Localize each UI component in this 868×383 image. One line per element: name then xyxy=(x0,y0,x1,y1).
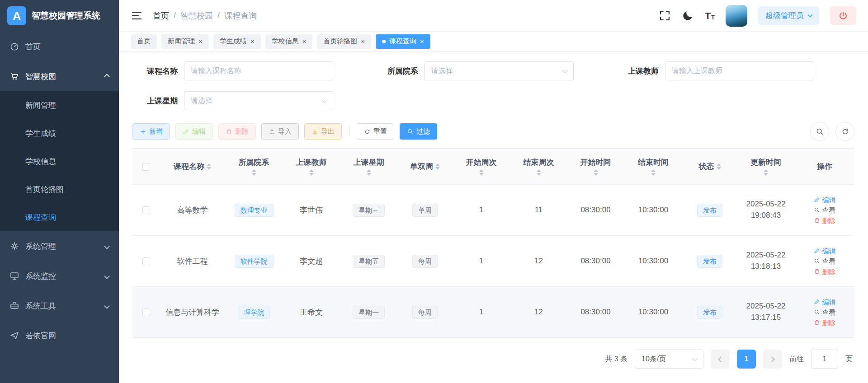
row-delete-button[interactable]: 删除 xyxy=(814,268,836,275)
sidebar-item-label: 课程查询 xyxy=(25,212,56,223)
column-header-end-week[interactable]: 结束周次 xyxy=(510,149,567,185)
tab-grades[interactable]: 学生成绩× xyxy=(213,34,261,49)
sidebar-item-label: 学校信息 xyxy=(25,156,56,167)
avatar[interactable] xyxy=(726,5,747,27)
sort-caret-icon[interactable] xyxy=(252,169,256,176)
sort-caret-icon[interactable] xyxy=(207,163,211,170)
current-page-button[interactable]: 1 xyxy=(737,350,756,369)
column-header-start-week[interactable]: 开始周次 xyxy=(453,149,510,185)
row-delete-button[interactable]: 删除 xyxy=(814,217,836,224)
close-icon[interactable]: × xyxy=(198,38,203,45)
close-icon[interactable]: × xyxy=(361,38,365,45)
close-icon[interactable]: × xyxy=(250,38,255,45)
logout-button[interactable] xyxy=(830,6,856,25)
prev-page-button[interactable] xyxy=(711,350,730,369)
sidebar-item-system-manage[interactable]: 系统管理 xyxy=(0,231,119,261)
row-checkbox[interactable] xyxy=(142,206,150,214)
tab-course-query[interactable]: 课程查询× xyxy=(376,34,430,49)
teacher-input[interactable] xyxy=(665,61,814,80)
page-size-select[interactable]: 10条/页 xyxy=(635,350,703,369)
sort-caret-icon[interactable] xyxy=(367,169,371,176)
row-delete-button[interactable]: 删除 xyxy=(814,319,836,326)
sidebar-item-course-query[interactable]: 课程查询 xyxy=(0,203,119,231)
sidebar-item-grades[interactable]: 学生成绩 xyxy=(0,119,119,147)
column-header-status[interactable]: 状态 xyxy=(683,149,737,185)
close-icon[interactable]: × xyxy=(302,38,307,45)
sidebar-item-carousel[interactable]: 首页轮播图 xyxy=(0,175,119,203)
tab-news[interactable]: 新闻管理× xyxy=(161,34,209,49)
row-checkbox[interactable] xyxy=(142,257,150,265)
tab-school-info[interactable]: 学校信息× xyxy=(265,34,313,49)
column-header-end-time[interactable]: 结束时间 xyxy=(624,149,683,185)
dark-mode-moon-icon[interactable] xyxy=(682,9,694,22)
row-edit-button[interactable]: 编辑 xyxy=(814,299,836,305)
column-header-updated[interactable]: 更新时间 xyxy=(737,149,795,185)
select-all-checkbox[interactable] xyxy=(142,163,150,171)
select-placeholder: 请选择 xyxy=(431,66,453,76)
sort-caret-icon[interactable] xyxy=(479,169,484,176)
tab-home[interactable]: 首页 xyxy=(131,34,157,49)
chevron-down-icon xyxy=(104,243,110,249)
import-button[interactable]: 导入 xyxy=(261,123,299,140)
row-checkbox[interactable] xyxy=(142,308,150,316)
sidebar-item-smart-campus[interactable]: 智慧校园 xyxy=(0,61,119,91)
column-header-course[interactable]: 课程名称 xyxy=(160,149,225,185)
breadcrumb-item-home[interactable]: 首页 xyxy=(153,10,169,21)
table-row[interactable]: 信息与计算科学 理学院 王希文 星期一 每周 1 12 08:30:00 10:… xyxy=(132,287,854,338)
column-header-start-time[interactable]: 开始时间 xyxy=(567,149,624,185)
column-header-weekday[interactable]: 上课星期 xyxy=(340,149,397,185)
sidebar-item-label: 首页 xyxy=(25,42,41,52)
sidebar-item-news[interactable]: 新闻管理 xyxy=(0,91,119,119)
delete-button[interactable]: 删除 xyxy=(218,123,256,140)
refresh-button[interactable] xyxy=(835,122,854,141)
sort-caret-icon[interactable] xyxy=(594,169,598,176)
sort-caret-icon[interactable] xyxy=(651,169,656,176)
fullscreen-icon[interactable] xyxy=(659,9,671,22)
cell-updated: 2025-05-22 19:08:43 xyxy=(745,199,787,221)
user-role-label: 超级管理员 xyxy=(765,10,804,21)
table-row[interactable]: 高等数学 数理专业 李世伟 星期三 单周 1 11 08:30:00 10:30… xyxy=(132,185,854,236)
sidebar-item-home[interactable]: 首页 xyxy=(0,32,119,61)
tab-carousel[interactable]: 首页轮播图× xyxy=(317,34,371,49)
status-badge: 发布 xyxy=(697,204,722,217)
table-row[interactable]: 软件工程 软件学院 李文超 星期五 每周 1 12 08:30:00 10:30… xyxy=(132,236,854,287)
toolbar-right xyxy=(810,122,854,141)
export-button[interactable]: 导出 xyxy=(304,123,342,140)
next-page-button[interactable] xyxy=(763,350,782,369)
sidebar-item-official-site[interactable]: 若依官网 xyxy=(0,321,119,350)
sort-caret-icon[interactable] xyxy=(435,163,440,170)
user-role-dropdown[interactable]: 超级管理员 xyxy=(758,6,819,25)
search-toggle-button[interactable] xyxy=(810,122,829,141)
department-select[interactable]: 请选择 xyxy=(425,61,574,80)
edit-button[interactable]: 编辑 xyxy=(175,123,213,140)
sort-caret-icon[interactable] xyxy=(717,163,721,170)
row-view-button[interactable]: 查看 xyxy=(814,258,836,265)
reset-button[interactable]: 重置 xyxy=(357,123,394,140)
column-header-parity[interactable]: 单双周 xyxy=(397,149,453,185)
sidebar-item-system-monitor[interactable]: 系统监控 xyxy=(0,261,119,291)
column-header-teacher[interactable]: 上课教师 xyxy=(283,149,340,185)
close-icon[interactable]: × xyxy=(420,38,424,45)
row-actions: 编辑 查看 删除 xyxy=(797,299,852,326)
row-view-button[interactable]: 查看 xyxy=(814,309,836,316)
tab-label: 学生成绩 xyxy=(220,37,247,46)
course-name-input[interactable] xyxy=(184,61,333,80)
row-view-button[interactable]: 查看 xyxy=(814,207,836,214)
sort-caret-icon[interactable] xyxy=(309,169,314,176)
sort-caret-icon[interactable] xyxy=(537,169,541,176)
breadcrumb-item-smart-campus[interactable]: 智慧校园 xyxy=(180,10,213,21)
filter-button[interactable]: 过滤 xyxy=(400,123,437,140)
font-size-icon[interactable]: TT xyxy=(705,11,715,20)
row-edit-button[interactable]: 编辑 xyxy=(814,196,836,203)
breadcrumb-separator: / xyxy=(174,11,176,20)
add-button[interactable]: 新增 xyxy=(132,123,170,140)
sidebar-item-system-tools[interactable]: 系统工具 xyxy=(0,291,119,321)
weekday-select[interactable]: 请选择 xyxy=(184,91,333,110)
sidebar-item-school-info[interactable]: 学校信息 xyxy=(0,147,119,175)
row-edit-button[interactable]: 编辑 xyxy=(814,248,836,254)
sort-caret-icon[interactable] xyxy=(764,169,768,176)
column-header-dept[interactable]: 所属院系 xyxy=(225,149,283,185)
sidebar-toggle-icon[interactable] xyxy=(131,9,143,22)
cart-icon xyxy=(10,72,19,81)
goto-page-input[interactable] xyxy=(811,350,838,369)
